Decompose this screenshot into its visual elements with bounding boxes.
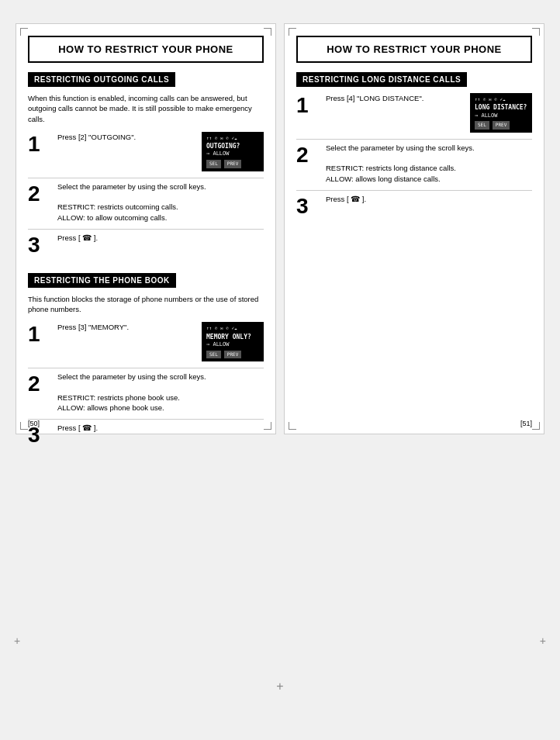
phonebook-step-2-content: Select the parameter by using the scroll… — [51, 372, 264, 413]
longdistance-step-3-number: 3 — [296, 195, 320, 217]
outgoing-intro: When this function is enabled, incoming … — [28, 93, 264, 124]
outgoing-step-3-text: Press [ ☎ ]. — [57, 233, 98, 242]
bottom-area: + + + — [0, 450, 560, 740]
phonebook-step-2-text: Select the parameter by using the scroll… — [57, 372, 264, 382]
outgoing-step-3-content: Press [ ☎ ]. — [51, 233, 264, 243]
outgoing-step-1-content: Press [2] "OUTGOING". ↑↑ ✆ ✉ ✆ ✓☁ OUTGOI… — [51, 132, 264, 171]
outgoing-lcd-main: OUTGOING? — [206, 142, 259, 150]
outgoing-lcd-sub: ⇒ ALLOW — [206, 150, 259, 158]
longdistance-section: RESTRICTING LONG DISTANCE CALLS 1 Press … — [296, 72, 532, 225]
outgoing-lcd-btn-prev: PREV — [224, 160, 241, 168]
outgoing-step-1-number: 1 — [28, 133, 51, 155]
outgoing-step-1-lcd: ↑↑ ✆ ✉ ✆ ✓☁ OUTGOING? ⇒ ALLOW SEL PREV — [202, 132, 264, 171]
longdistance-lcd-sub: ⇒ ALLOW — [475, 112, 527, 120]
phonebook-lcd-btn-sel: SEL — [206, 351, 221, 358]
right-corner-bl — [289, 422, 296, 430]
longdistance-section-header: RESTRICTING LONG DISTANCE CALLS — [296, 72, 467, 87]
right-page: HOW TO RESTRICT YOUR PHONE RESTRICTING L… — [284, 23, 544, 434]
longdistance-lcd-btn-sel: SEL — [475, 121, 489, 129]
phonebook-step-3-text: Press [ ☎ ]. — [57, 424, 98, 432]
longdistance-step-2-number: 2 — [296, 144, 320, 166]
phonebook-step-1: 1 Press [3] "MEMORY". ↑↑ ✆ ✉ ✆ ✓☁ MEMORY… — [28, 322, 264, 368]
left-page-title-box: HOW TO RESTRICT YOUR PHONE — [28, 36, 264, 63]
phonebook-lcd-main: MEMORY ONLY? — [206, 333, 259, 341]
longdistance-step-2: 2 Select the parameter by using the scro… — [296, 143, 532, 191]
corner-tr — [264, 28, 271, 36]
phonebook-lcd-btns: SEL PREV — [206, 351, 259, 358]
longdistance-step-3-content: Press [ ☎ ]. — [320, 194, 532, 204]
longdistance-step-3-text: Press [ ☎ ]. — [326, 195, 366, 203]
phonebook-step-3-content: Press [ ☎ ]. — [51, 423, 264, 433]
longdistance-step-3: 3 Press [ ☎ ]. — [296, 194, 532, 225]
longdistance-step-1-number: 1 — [296, 95, 320, 116]
outgoing-step-2-content: Select the parameter by using the scroll… — [51, 182, 264, 223]
pages-row: HOW TO RESTRICT YOUR PHONE RESTRICTING O… — [0, 0, 560, 450]
corner-tl — [20, 28, 28, 36]
outgoing-step-1-text: Press [2] "OUTGOING". — [57, 132, 195, 142]
right-corner-tr — [532, 28, 540, 36]
right-corner-br — [532, 422, 540, 430]
outgoing-step-2-detail: RESTRICT: restricts outcoming calls. ALL… — [57, 202, 264, 223]
phonebook-step-2: 2 Select the parameter by using the scro… — [28, 372, 264, 420]
outgoing-step-3-number: 3 — [28, 234, 51, 256]
corner-br — [264, 422, 271, 430]
phonebook-step-1-content: Press [3] "MEMORY". ↑↑ ✆ ✉ ✆ ✓☁ MEMORY O… — [51, 322, 264, 361]
right-page-title-box: HOW TO RESTRICT YOUR PHONE — [296, 36, 532, 63]
longdistance-step-2-text: Select the parameter by using the scroll… — [326, 143, 532, 153]
phonebook-step-1-number: 1 — [28, 323, 51, 345]
outgoing-step-1: 1 Press [2] "OUTGOING". ↑↑ ✆ ✉ ✆ ✓☁ OUTG… — [28, 132, 264, 178]
phonebook-lcd-btn-prev: PREV — [224, 351, 241, 358]
phonebook-lcd-icons: ↑↑ ✆ ✉ ✆ ✓☁ — [206, 325, 259, 331]
longdistance-step-1-content: Press [4] "LONG DISTANCE". ↑↑ ✆ ✉ ✆ ✓☁ L… — [320, 93, 532, 133]
outgoing-step-2-number: 2 — [28, 183, 51, 205]
outgoing-step-3: 3 Press [ ☎ ]. — [28, 233, 264, 264]
outgoing-lcd-btns: SEL PREV — [206, 160, 259, 168]
bottom-cross: + — [276, 679, 283, 693]
longdistance-step-1: 1 Press [4] "LONG DISTANCE". ↑↑ ✆ ✉ ✆ ✓☁… — [296, 93, 532, 140]
phonebook-step-1-lcd: ↑↑ ✆ ✉ ✆ ✓☁ MEMORY ONLY? ⇒ ALLOW SEL PRE… — [202, 322, 264, 361]
longdistance-lcd-btns: SEL PREV — [475, 121, 527, 129]
longdistance-lcd-icons: ↑↑ ✆ ✉ ✆ ✓☁ — [475, 96, 527, 102]
right-corner-tl — [289, 28, 296, 36]
outgoing-step-2: 2 Select the parameter by using the scro… — [28, 182, 264, 230]
longdistance-lcd-main: LONG DISTANCE? — [475, 103, 527, 112]
longdistance-lcd-btn-prev: PREV — [493, 121, 510, 129]
longdistance-step-2-detail: RESTRICT: restricts long distance calls.… — [326, 163, 532, 184]
phonebook-lcd-sub: ⇒ ALLOW — [206, 341, 259, 349]
longdistance-step-2-content: Select the parameter by using the scroll… — [320, 143, 532, 184]
phonebook-step-2-number: 2 — [28, 373, 51, 395]
page-container: HOW TO RESTRICT YOUR PHONE RESTRICTING O… — [0, 0, 560, 740]
longdistance-step-1-lcd: ↑↑ ✆ ✉ ✆ ✓☁ LONG DISTANCE? ⇒ ALLOW SEL P… — [470, 93, 532, 133]
left-page: HOW TO RESTRICT YOUR PHONE RESTRICTING O… — [16, 23, 276, 434]
right-page-number: [51] — [520, 420, 532, 427]
phonebook-intro: This function blocks the storage of phon… — [28, 294, 264, 315]
outgoing-step-2-text: Select the parameter by using the scroll… — [57, 182, 264, 192]
outgoing-lcd-btn-sel: SEL — [206, 160, 221, 168]
longdistance-step-1-text: Press [4] "LONG DISTANCE". — [326, 93, 464, 103]
phonebook-step-1-text: Press [3] "MEMORY". — [57, 322, 195, 332]
right-page-title: HOW TO RESTRICT YOUR PHONE — [327, 43, 502, 55]
phonebook-section: RESTRICTING THE PHONE BOOK This function… — [28, 273, 264, 455]
phonebook-section-header: RESTRICTING THE PHONE BOOK — [28, 273, 176, 288]
left-page-title: HOW TO RESTRICT YOUR PHONE — [58, 43, 233, 55]
outgoing-lcd-icons: ↑↑ ✆ ✉ ✆ ✓☁ — [206, 135, 259, 141]
outgoing-section-header: RESTRICTING OUTGOING CALLS — [28, 72, 175, 87]
side-cross-right: + — [540, 635, 546, 647]
left-page-number: [50] — [28, 420, 40, 427]
phonebook-step-2-detail: RESTRICT: restricts phone book use. ALLO… — [57, 392, 264, 413]
outgoing-section: RESTRICTING OUTGOING CALLS When this fun… — [28, 72, 264, 264]
side-cross-left: + — [14, 635, 20, 647]
corner-bl — [20, 422, 28, 430]
phonebook-step-3-number: 3 — [28, 424, 51, 446]
